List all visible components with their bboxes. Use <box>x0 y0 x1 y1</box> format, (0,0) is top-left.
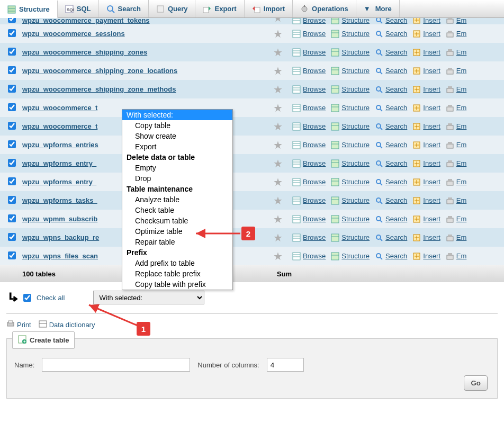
table-name-input[interactable] <box>42 358 190 372</box>
action-browse[interactable]: Browse <box>290 141 328 149</box>
favorite-star-icon[interactable]: ★ <box>269 139 287 151</box>
menu-item[interactable]: Copy table <box>122 120 232 131</box>
menu-item[interactable]: Export <box>122 141 232 152</box>
tab-search[interactable]: Search <box>99 0 149 17</box>
favorite-star-icon[interactable]: ★ <box>269 18 287 24</box>
action-search[interactable]: Search <box>373 196 409 205</box>
action-search[interactable]: Search <box>373 178 409 186</box>
menu-item[interactable]: Replace table prefix <box>122 268 232 279</box>
table-name-link[interactable]: wpzu_woocommerce_sessions <box>22 30 266 38</box>
row-checkbox[interactable] <box>8 214 16 222</box>
favorite-star-icon[interactable]: ★ <box>269 213 287 226</box>
favorite-star-icon[interactable]: ★ <box>269 83 287 96</box>
action-insert[interactable]: Insert <box>410 252 443 260</box>
tab-query[interactable]: Query <box>149 0 196 17</box>
favorite-star-icon[interactable]: ★ <box>269 157 287 170</box>
action-search[interactable]: Search <box>373 122 409 131</box>
tab-import[interactable]: Import <box>245 0 293 17</box>
action-empty[interactable]: Em <box>444 48 469 57</box>
menu-item[interactable]: Checksum table <box>122 215 232 226</box>
tab-structure[interactable]: Structure <box>0 0 58 18</box>
favorite-star-icon[interactable]: ★ <box>269 65 287 77</box>
action-browse[interactable]: Browse <box>290 30 328 38</box>
menu-item[interactable]: Drop <box>122 173 232 184</box>
table-name-link[interactable]: wpzu_woocommerce_shipping_zone_methods <box>22 85 266 93</box>
row-checkbox[interactable] <box>8 48 16 56</box>
favorite-star-icon[interactable]: ★ <box>269 250 287 263</box>
favorite-star-icon[interactable]: ★ <box>269 120 287 133</box>
row-checkbox[interactable] <box>8 29 16 37</box>
action-browse[interactable]: Browse <box>290 178 328 186</box>
action-empty[interactable]: Em <box>444 196 469 205</box>
go-button[interactable]: Go <box>464 375 488 391</box>
row-checkbox[interactable] <box>8 251 16 259</box>
menu-item[interactable]: With selected: <box>122 110 232 120</box>
action-search[interactable]: Search <box>373 215 409 223</box>
row-checkbox[interactable] <box>8 140 16 148</box>
action-browse[interactable]: Browse <box>290 215 328 223</box>
action-empty[interactable]: Em <box>444 85 469 94</box>
action-empty[interactable]: Em <box>444 141 469 149</box>
action-insert[interactable]: Insert <box>410 233 443 242</box>
action-browse[interactable]: Browse <box>290 196 328 205</box>
checkall-checkbox[interactable] <box>23 294 31 302</box>
action-structure[interactable]: Structure <box>329 215 372 223</box>
menu-item[interactable]: Check table <box>122 205 232 215</box>
action-browse[interactable]: Browse <box>290 159 328 168</box>
action-search[interactable]: Search <box>373 30 409 38</box>
table-name-link[interactable]: wpzu_woocommerce_payment_tokens <box>22 18 266 24</box>
menu-item[interactable]: Add prefix to table <box>122 258 232 268</box>
row-checkbox[interactable] <box>8 196 16 204</box>
action-search[interactable]: Search <box>373 233 409 242</box>
row-checkbox[interactable] <box>8 233 16 241</box>
action-empty[interactable]: Em <box>444 18 469 24</box>
action-insert[interactable]: Insert <box>410 215 443 223</box>
action-structure[interactable]: Structure <box>329 85 372 94</box>
action-empty[interactable]: Em <box>444 67 469 75</box>
row-checkbox[interactable] <box>8 122 16 130</box>
action-structure[interactable]: Structure <box>329 233 372 242</box>
action-search[interactable]: Search <box>373 159 409 168</box>
action-browse[interactable]: Browse <box>290 233 328 242</box>
action-search[interactable]: Search <box>373 48 409 57</box>
action-empty[interactable]: Em <box>444 122 469 131</box>
action-browse[interactable]: Browse <box>290 122 328 131</box>
action-structure[interactable]: Structure <box>329 178 372 186</box>
row-checkbox[interactable] <box>8 159 16 167</box>
tab-operations[interactable]: Operations <box>293 0 356 17</box>
action-structure[interactable]: Structure <box>329 196 372 205</box>
row-checkbox[interactable] <box>8 177 16 185</box>
action-search[interactable]: Search <box>373 18 409 24</box>
action-structure[interactable]: Structure <box>329 159 372 168</box>
action-insert[interactable]: Insert <box>410 30 443 38</box>
action-empty[interactable]: Em <box>444 104 469 112</box>
table-name-link[interactable]: wpzu_woocommerce_shipping_zone_locations <box>22 67 266 75</box>
action-empty[interactable]: Em <box>444 30 469 38</box>
action-search[interactable]: Search <box>373 104 409 112</box>
action-insert[interactable]: Insert <box>410 196 443 205</box>
action-structure[interactable]: Structure <box>329 122 372 131</box>
action-structure[interactable]: Structure <box>329 18 372 24</box>
action-search[interactable]: Search <box>373 252 409 260</box>
action-empty[interactable]: Em <box>444 252 469 260</box>
action-structure[interactable]: Structure <box>329 67 372 75</box>
checkall-link[interactable]: Check all <box>37 294 65 302</box>
action-insert[interactable]: Insert <box>410 141 443 149</box>
action-browse[interactable]: Browse <box>290 85 328 94</box>
action-search[interactable]: Search <box>373 141 409 149</box>
action-insert[interactable]: Insert <box>410 67 443 75</box>
favorite-star-icon[interactable]: ★ <box>269 102 287 114</box>
action-insert[interactable]: Insert <box>410 104 443 112</box>
action-browse[interactable]: Browse <box>290 104 328 112</box>
print-link[interactable]: Print <box>17 321 31 329</box>
action-structure[interactable]: Structure <box>329 30 372 38</box>
action-structure[interactable]: Structure <box>329 104 372 112</box>
row-checkbox[interactable] <box>8 85 16 93</box>
row-checkbox[interactable] <box>8 18 16 23</box>
action-search[interactable]: Search <box>373 85 409 94</box>
tab-sql[interactable]: SQLSQL <box>58 0 99 17</box>
menu-item[interactable]: Analyze table <box>122 194 232 205</box>
row-checkbox[interactable] <box>8 66 16 74</box>
action-empty[interactable]: Em <box>444 233 469 242</box>
action-browse[interactable]: Browse <box>290 67 328 75</box>
